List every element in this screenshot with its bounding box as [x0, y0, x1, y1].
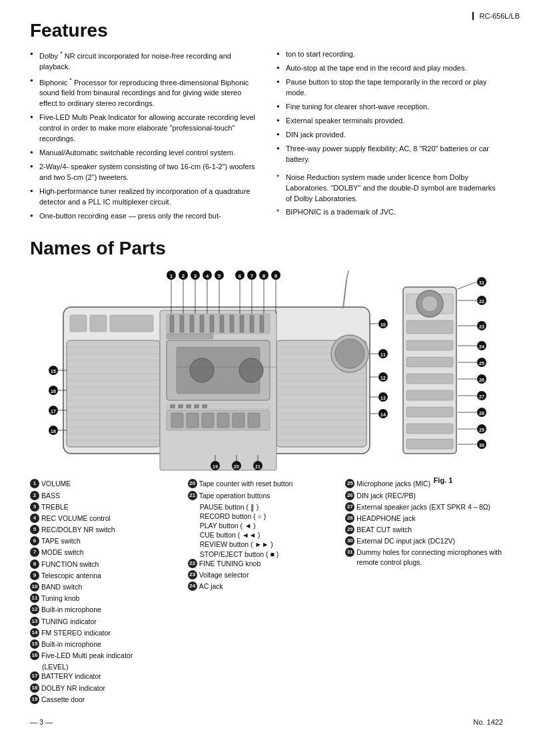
part-22: 22 FINE TUNING knob	[188, 559, 346, 568]
part-27: 27 External speaker jacks (EXT SPKR 4～8Ω…	[345, 502, 503, 512]
svg-rect-56	[248, 413, 260, 428]
footnote-1: Noise Reduction system made under licenc…	[276, 173, 503, 204]
part-16: 16 Five-LED Multi peak indicator	[30, 651, 188, 660]
svg-rect-140	[406, 390, 453, 400]
feature-item-4: Manual/Automatic switchable recording le…	[30, 148, 257, 159]
svg-point-48	[239, 358, 263, 382]
main-diagram: 1 2 3 4 5 6 7 8 9	[43, 267, 390, 474]
svg-rect-43	[250, 315, 254, 332]
part-21: 21 Tape operation buttons	[188, 491, 346, 500]
part-20: 20 Tape counter with reset button	[188, 479, 346, 488]
svg-text:23: 23	[479, 324, 484, 329]
legend-col-1: 1 VOLUME 2 BASS 3 TREBLE 4 REC VOLUME co…	[30, 479, 188, 705]
svg-text:6: 6	[239, 273, 242, 279]
svg-rect-36	[180, 315, 184, 332]
part-30: 30 External DC input jack (DC12V)	[345, 536, 503, 546]
svg-rect-42	[240, 315, 244, 332]
svg-rect-58	[170, 404, 175, 408]
part-play: PLAY button ( ◄ )	[188, 521, 346, 530]
names-title: Names of Parts	[30, 238, 503, 259]
part-17: 17 BATTERY indicator	[30, 671, 188, 681]
part-12: 12 Built-in microphone	[30, 605, 188, 614]
svg-text:13: 13	[380, 396, 386, 400]
svg-rect-62	[202, 404, 207, 408]
svg-text:5: 5	[218, 273, 221, 279]
svg-rect-68	[70, 315, 87, 332]
svg-text:3: 3	[194, 273, 197, 279]
part-31: 31 Dummy holes for connecting microphone…	[345, 548, 503, 566]
svg-rect-69	[90, 315, 107, 332]
svg-rect-54	[217, 413, 229, 428]
svg-text:10: 10	[380, 322, 386, 327]
svg-rect-70	[110, 315, 153, 332]
svg-rect-138	[406, 357, 453, 367]
features-list-1: Dolby * NR circuit incorporated for nois…	[30, 49, 257, 221]
svg-text:27: 27	[479, 394, 484, 399]
svg-rect-37	[190, 315, 194, 332]
svg-rect-143	[406, 439, 453, 449]
side-diagram: 22 23 24 25 26 27 28 29 30	[396, 267, 490, 474]
svg-text:17: 17	[51, 409, 56, 414]
svg-point-65	[335, 339, 364, 368]
page-number: — 3 —	[30, 718, 53, 726]
svg-text:26: 26	[479, 378, 484, 382]
part-14: 14 FM STEREO indicator	[30, 628, 188, 637]
svg-text:28: 28	[479, 411, 484, 416]
doc-number: No. 1422	[473, 718, 503, 726]
feature-item-9: Auto-stop at the tape end in the record …	[276, 63, 503, 74]
part-5: 5 REC/DOLBY NR switch	[30, 525, 188, 534]
svg-rect-141	[406, 407, 453, 417]
device-diagram-svg: 1 2 3 4 5 6 7 8 9	[43, 267, 390, 474]
part-record: RECORD button ( ○ )	[188, 512, 346, 521]
part-16-sub: (LEVEL)	[30, 662, 188, 671]
part-2: 2 BASS	[30, 491, 188, 500]
part-26: 26 DIN jack (REC/PB)	[345, 491, 503, 500]
part-review: REVIEW button ( ►► )	[188, 540, 346, 549]
svg-text:19: 19	[213, 464, 218, 469]
feature-item-11: Fine tuning for clearer short-wave recep…	[276, 102, 503, 113]
feature-item-3: Five-LED Multi Peak Indicator for allowi…	[30, 113, 257, 145]
features-columns: Dolby * NR circuit incorporated for nois…	[30, 49, 503, 224]
svg-rect-59	[178, 404, 183, 408]
part-28: 28 HEADPHONE jack	[345, 514, 503, 523]
part-7: 7 MODE switch	[30, 548, 188, 557]
feature-item-10: Pause button to stop the tape temporaril…	[276, 77, 503, 99]
svg-rect-55	[233, 413, 245, 428]
feature-item-13: DIN jack provided.	[276, 130, 503, 141]
features-section: Features Dolby * NR circuit incorporated…	[30, 20, 503, 224]
part-9: 9 Telescopic antenna	[30, 571, 188, 580]
part-1: 1 VOLUME	[30, 479, 188, 488]
svg-rect-136	[406, 320, 453, 334]
names-section: Names of Parts	[30, 238, 503, 705]
footnotes: Noise Reduction system made under licenc…	[276, 173, 503, 218]
part-29: 29 BEAT CUT switch	[345, 525, 503, 534]
svg-text:24: 24	[479, 344, 484, 349]
svg-text:21: 21	[255, 464, 261, 469]
svg-rect-139	[406, 374, 453, 384]
legend-col-2: 20 Tape counter with reset button 21 Tap…	[188, 479, 346, 705]
part-4: 4 REC VOLUME control	[30, 514, 188, 523]
part-6: 6 TAPE switch	[30, 536, 188, 546]
page: RC-656L/LB Features Dolby * NR circuit i…	[0, 0, 533, 756]
svg-rect-35	[170, 315, 174, 332]
feature-item-7: One-button recording ease — press only t…	[30, 211, 257, 222]
svg-text:30: 30	[479, 443, 484, 448]
svg-rect-39	[210, 315, 214, 332]
svg-text:11: 11	[380, 352, 386, 357]
features-title: Features	[30, 20, 503, 41]
svg-text:16: 16	[51, 389, 56, 394]
part-23: 23 Voltage selector	[188, 570, 346, 579]
svg-text:12: 12	[380, 376, 386, 380]
svg-text:4: 4	[206, 273, 209, 279]
svg-text:31: 31	[479, 280, 484, 285]
part-15: 15 Built-in microphone	[30, 639, 188, 649]
part-stop: STOP/EJECT button ( ■ )	[188, 550, 346, 559]
svg-text:8: 8	[263, 273, 266, 279]
svg-text:7: 7	[251, 273, 254, 279]
svg-rect-52	[187, 413, 199, 428]
feature-item-2: Biphonic * Processor for reproducing thr…	[30, 76, 257, 109]
svg-rect-61	[194, 404, 199, 408]
svg-rect-41	[230, 315, 234, 332]
svg-rect-63	[167, 334, 213, 339]
legend-col-3: 25 Microphone jacks (MIC) 26 DIN jack (R…	[345, 479, 503, 705]
